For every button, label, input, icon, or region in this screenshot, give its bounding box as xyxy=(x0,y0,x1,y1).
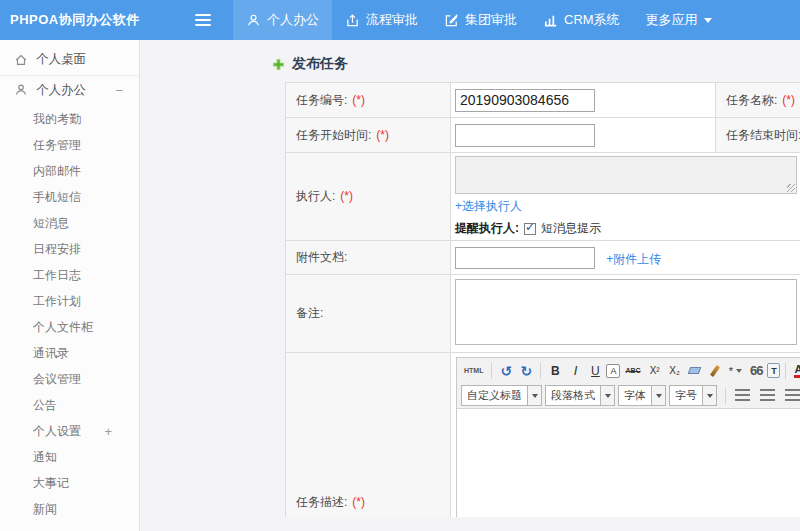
editor-select-3[interactable]: 字号 xyxy=(669,385,717,406)
bold-button[interactable]: B xyxy=(546,361,564,380)
attachment-input[interactable] xyxy=(455,247,595,269)
collapse-icon[interactable]: − xyxy=(115,83,125,98)
select-label: 段落格式 xyxy=(546,388,600,403)
sidebar-item-7[interactable]: 工作计划 xyxy=(0,288,139,314)
editor-toolbar-row1: HTML↺↻BIUAABCX²X₂*66TA xyxy=(457,358,800,383)
nav-item-4[interactable]: 更多应用 xyxy=(633,0,725,40)
editor-select-0[interactable]: 自定义标题 xyxy=(461,385,542,406)
chevron-down-icon xyxy=(527,386,541,405)
chevron-down-icon xyxy=(736,369,742,376)
magic-wand-button[interactable]: * xyxy=(726,361,745,380)
sidebar-item-12[interactable]: 个人设置+ xyxy=(0,418,139,444)
sidebar-item-11[interactable]: 公告 xyxy=(0,392,139,418)
underline-button[interactable]: U xyxy=(586,361,604,380)
remark-textarea[interactable] xyxy=(455,279,797,345)
magic-wand-icon: * xyxy=(729,365,733,377)
sidebar-item-label: 短消息 xyxy=(33,215,125,232)
sidebar-item-1[interactable]: 任务管理 xyxy=(0,132,139,158)
strikethrough-button[interactable]: ABC xyxy=(622,361,643,380)
task-no-input[interactable] xyxy=(455,89,595,112)
nav-item-0[interactable]: 个人办公 xyxy=(233,0,332,40)
expand-icon[interactable]: + xyxy=(104,424,125,439)
paste-text-button[interactable]: T xyxy=(767,363,780,378)
edit-icon xyxy=(444,13,459,28)
sms-checkbox[interactable]: ✓ xyxy=(524,223,536,235)
sidebar-item-label: 日程安排 xyxy=(33,241,125,258)
editor-select-2[interactable]: 字体 xyxy=(618,385,666,406)
task-no-label: 任务编号:(*) xyxy=(286,83,451,118)
sidebar-item-4[interactable]: 短消息 xyxy=(0,210,139,236)
redo-button[interactable]: ↻ xyxy=(517,361,535,380)
start-time-label: 任务开始时间:(*) xyxy=(286,118,451,153)
sidebar-item-13[interactable]: 通知 xyxy=(0,444,139,470)
blockquote-button[interactable]: 66 xyxy=(747,361,765,380)
sidebar-item-6[interactable]: 工作日志 xyxy=(0,262,139,288)
superscript-button[interactable]: X² xyxy=(646,361,664,380)
sidebar-item-desktop[interactable]: 个人桌面 xyxy=(0,46,139,76)
sidebar-item-14[interactable]: 大事记 xyxy=(0,470,139,496)
sidebar-group-personal-office[interactable]: 个人办公 − xyxy=(0,76,139,104)
sidebar-item-label: 手机短信 xyxy=(33,189,125,206)
toolbar-separator xyxy=(491,363,492,379)
sidebar-item-label: 通知 xyxy=(33,449,125,466)
source-icon: HTML xyxy=(464,367,483,374)
app-window: PHPOA协同办公软件 个人办公流程审批集团审批CRM系统更多应用 个人桌面 个… xyxy=(0,0,800,531)
paste-text-icon: T xyxy=(771,366,777,376)
undo-button[interactable]: ↺ xyxy=(497,361,515,380)
align-left-icon[interactable] xyxy=(735,389,750,402)
toolbar-separator xyxy=(725,388,726,404)
hamburger-menu-icon[interactable] xyxy=(185,0,221,40)
required-mark: (*) xyxy=(352,495,365,509)
redo-icon: ↻ xyxy=(521,363,533,379)
process-icon xyxy=(345,13,360,28)
sidebar-group-label: 个人办公 xyxy=(36,82,107,99)
nav-item-2[interactable]: 集团审批 xyxy=(431,0,530,40)
toolbar-separator xyxy=(540,363,541,379)
start-time-input[interactable] xyxy=(455,124,595,147)
nav-item-1[interactable]: 流程审批 xyxy=(332,0,431,40)
sidebar-item-15[interactable]: 新闻 xyxy=(0,496,139,522)
align-right-icon[interactable] xyxy=(785,389,800,402)
sidebar-item-label: 工作日志 xyxy=(33,267,125,284)
italic-button[interactable]: I xyxy=(566,361,584,380)
sidebar-item-label: 大事记 xyxy=(33,475,125,492)
sidebar-item-2[interactable]: 内部邮件 xyxy=(0,158,139,184)
executor-label: 执行人:(*) xyxy=(286,153,451,241)
underline-icon: U xyxy=(591,364,600,378)
editor-select-1[interactable]: 段落格式 xyxy=(545,385,615,406)
resize-grip[interactable] xyxy=(787,184,795,192)
blockquote-icon: 66 xyxy=(750,363,762,378)
sidebar-item-5[interactable]: 日程安排 xyxy=(0,236,139,262)
select-label: 字体 xyxy=(619,388,651,403)
remove-format-button[interactable] xyxy=(686,361,704,380)
align-center-icon[interactable] xyxy=(760,389,775,402)
toolbar-selects: 自定义标题段落格式字体字号 xyxy=(461,385,720,406)
executor-box[interactable] xyxy=(455,156,797,194)
eraser-icon xyxy=(688,367,702,374)
task-form: 任务编号:(*) 任务名称:(*) 任务开始时间:(*) 任务结束时间:(*) … xyxy=(285,82,800,517)
chevron-down-icon xyxy=(600,386,614,405)
editor-content-area[interactable] xyxy=(457,408,800,517)
format-brush-button[interactable] xyxy=(706,361,724,380)
nav-item-3[interactable]: CRM系统 xyxy=(530,0,633,40)
sidebar-item-label: 个人桌面 xyxy=(36,51,125,68)
sidebar-item-0[interactable]: 我的考勤 xyxy=(0,106,139,132)
attachment-label: 附件文档: xyxy=(286,241,451,275)
source-button[interactable]: HTML xyxy=(461,361,486,380)
attachment-upload-link[interactable]: +附件上传 xyxy=(606,251,661,268)
subscript-button[interactable]: X₂ xyxy=(666,361,684,380)
app-logo: PHPOA协同办公软件 xyxy=(0,11,175,29)
sidebar-item-label: 新闻 xyxy=(33,501,125,518)
select-label: 字号 xyxy=(670,388,702,403)
form-row-remark: 备注: xyxy=(286,275,800,353)
sidebar-item-3[interactable]: 手机短信 xyxy=(0,184,139,210)
sidebar-item-8[interactable]: 个人文件柜 xyxy=(0,314,139,340)
font-color-button[interactable]: A xyxy=(791,361,800,380)
font-style-button[interactable]: A xyxy=(606,364,620,378)
choose-executor-link[interactable]: +选择执行人 xyxy=(455,198,522,215)
sidebar-item-9[interactable]: 通讯录 xyxy=(0,340,139,366)
sidebar-item-label: 通讯录 xyxy=(33,345,125,362)
brush-icon xyxy=(710,364,720,376)
sidebar-item-10[interactable]: 会议管理 xyxy=(0,366,139,392)
check-icon: ✓ xyxy=(525,220,535,234)
